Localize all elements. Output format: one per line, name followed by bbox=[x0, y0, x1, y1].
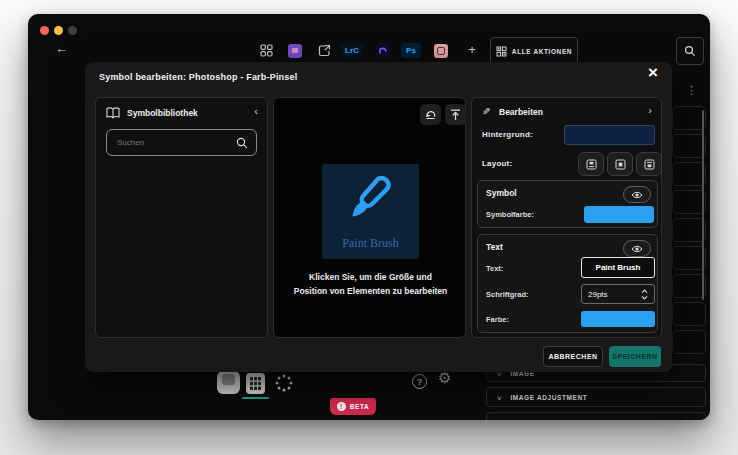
layout-icon-top-icon bbox=[586, 159, 597, 170]
alle-aktionen-label: ALLE AKTIONEN bbox=[512, 48, 572, 55]
layout-icon-only-icon bbox=[615, 159, 626, 170]
dialog-title: Symbol bearbeiten: Photoshop - Farb-Pins… bbox=[99, 72, 297, 82]
cancel-button[interactable]: ABBRECHEN bbox=[543, 346, 603, 367]
console-screen-icon bbox=[222, 374, 235, 385]
sidebar-row-edge[interactable] bbox=[672, 218, 706, 242]
back-button[interactable]: ← bbox=[55, 42, 68, 55]
font-size-value: 29pts bbox=[588, 290, 608, 299]
save-button[interactable]: SPEICHERN bbox=[609, 346, 661, 367]
help-button[interactable]: ? bbox=[412, 374, 427, 389]
reset-button[interactable] bbox=[420, 104, 441, 125]
text-section: Text Text: Schriftgrad: 29pts bbox=[477, 234, 658, 333]
search-icon bbox=[684, 45, 696, 57]
sidebar-row-edge[interactable] bbox=[672, 330, 706, 354]
search-icon bbox=[236, 137, 248, 149]
library-title: Symbolbibliothek bbox=[127, 108, 198, 118]
edit-panel: ✎ Bearbeiten › Hintergrund: Layout: bbox=[471, 97, 662, 338]
dialog-footer: ABBRECHEN SPEICHERN bbox=[543, 346, 661, 367]
chevron-down-icon: ∨ bbox=[496, 394, 503, 401]
add-app-button[interactable]: + bbox=[464, 42, 480, 57]
background-color-swatch[interactable] bbox=[564, 125, 655, 145]
sidebar-row-edge[interactable] bbox=[672, 190, 706, 214]
sidebar-row-edge[interactable] bbox=[672, 134, 706, 158]
device-keypad-button[interactable] bbox=[246, 373, 265, 394]
alle-aktionen-button[interactable]: ALLE AKTIONEN bbox=[490, 37, 578, 65]
app-button-lightroom[interactable]: LrC bbox=[340, 43, 364, 58]
close-icon[interactable]: × bbox=[648, 63, 658, 83]
reset-icon bbox=[424, 109, 437, 121]
pink-app-icon bbox=[434, 44, 448, 58]
tile-label: Paint Brush bbox=[322, 236, 419, 251]
collapse-panel-button[interactable]: ‹ bbox=[254, 105, 258, 117]
text-visibility-button[interactable] bbox=[623, 240, 651, 257]
background-label: Hintergrund: bbox=[482, 130, 533, 139]
layout-label: Layout: bbox=[482, 159, 512, 168]
app-grid-icon bbox=[260, 44, 273, 57]
help-icon: ? bbox=[417, 377, 423, 387]
beta-label: BETA bbox=[350, 403, 370, 410]
stepper-icon bbox=[641, 289, 648, 300]
dial-dots-icon bbox=[274, 373, 294, 393]
align-top-icon bbox=[450, 109, 461, 121]
sidebar-row-edge[interactable] bbox=[672, 162, 706, 186]
symbol-color-swatch[interactable] bbox=[584, 206, 654, 223]
export-profile-button[interactable] bbox=[316, 43, 332, 58]
font-size-label: Schriftgrad: bbox=[486, 290, 529, 299]
preview-caption: Klicken Sie, um die Größe und Position v… bbox=[293, 270, 448, 298]
app-button-dark-purple[interactable] bbox=[375, 43, 391, 58]
symbol-section-title: Symbol bbox=[486, 188, 517, 198]
zoom-window-button[interactable] bbox=[68, 26, 77, 35]
sidebar-row-edge[interactable] bbox=[672, 106, 706, 130]
sidebar-row-edge[interactable] bbox=[672, 302, 706, 326]
app-button-pink[interactable] bbox=[433, 43, 449, 58]
app-button-photoshop[interactable]: Ps bbox=[400, 43, 422, 58]
sidebar-item-partial[interactable] bbox=[486, 412, 706, 420]
search-button[interactable] bbox=[676, 37, 704, 65]
layout-option-icon-bottom-button[interactable] bbox=[636, 152, 662, 176]
app-button-purple[interactable] bbox=[287, 43, 303, 58]
book-icon bbox=[106, 107, 120, 119]
pencil-icon: ✎ bbox=[482, 106, 490, 117]
actions-grid-icon bbox=[496, 46, 507, 57]
export-icon bbox=[318, 44, 331, 57]
symbol-preview-tile[interactable]: Paint Brush bbox=[322, 164, 419, 259]
beta-exclamation-icon: ! bbox=[337, 402, 346, 411]
text-label: Text: bbox=[486, 264, 503, 273]
text-color-label: Farbe: bbox=[486, 315, 509, 324]
sidebar-kebab-menu[interactable]: ⋮ bbox=[686, 84, 697, 97]
keypad-grid-icon bbox=[249, 376, 262, 391]
eye-icon bbox=[631, 245, 643, 253]
edit-title: Bearbeiten bbox=[499, 107, 543, 117]
swirl-app-icon bbox=[376, 44, 390, 58]
sidebar-item-image-adjustment[interactable]: ∨ IMAGE ADJUSTMENT bbox=[486, 387, 706, 407]
device-dial-button[interactable] bbox=[273, 372, 295, 394]
sidebar-row-edge[interactable] bbox=[672, 246, 706, 270]
search-input[interactable] bbox=[115, 137, 230, 148]
layout-option-icon-only-button[interactable] bbox=[607, 152, 633, 176]
beta-badge[interactable]: ! BETA bbox=[330, 398, 376, 415]
app-window: ← ∨ ∨ ∨ LrC ∨ ∨ Ps ∨ bbox=[28, 14, 710, 420]
paint-brush-icon bbox=[348, 172, 394, 222]
app-launcher-button[interactable] bbox=[258, 43, 274, 58]
device-console-button[interactable] bbox=[217, 371, 240, 394]
layout-option-icon-top-button[interactable] bbox=[578, 152, 604, 176]
sidebar-item-label: IMAGE ADJUSTMENT bbox=[510, 394, 587, 401]
window-controls bbox=[40, 26, 77, 35]
eye-icon bbox=[631, 191, 643, 199]
symbol-section: Symbol Symbolfarbe: bbox=[477, 180, 658, 228]
font-size-stepper[interactable]: 29pts bbox=[581, 284, 655, 304]
text-input[interactable] bbox=[581, 257, 655, 278]
library-search-field[interactable] bbox=[106, 129, 257, 156]
sidebar-scrollbar[interactable] bbox=[702, 110, 704, 300]
symbol-preview-panel: Paint Brush Klicken Sie, um die Größe un… bbox=[273, 97, 466, 338]
text-color-swatch[interactable] bbox=[581, 311, 655, 327]
sidebar-row-edge[interactable] bbox=[672, 274, 706, 298]
minimize-window-button[interactable] bbox=[54, 26, 63, 35]
layout-icon-bottom-icon bbox=[644, 159, 655, 170]
photoshop-icon: Ps bbox=[401, 43, 421, 58]
purple-app-icon bbox=[288, 44, 302, 58]
align-top-button[interactable] bbox=[445, 104, 466, 125]
close-window-button[interactable] bbox=[40, 26, 49, 35]
expand-panel-button[interactable]: › bbox=[648, 104, 652, 116]
symbol-visibility-button[interactable] bbox=[623, 186, 651, 203]
